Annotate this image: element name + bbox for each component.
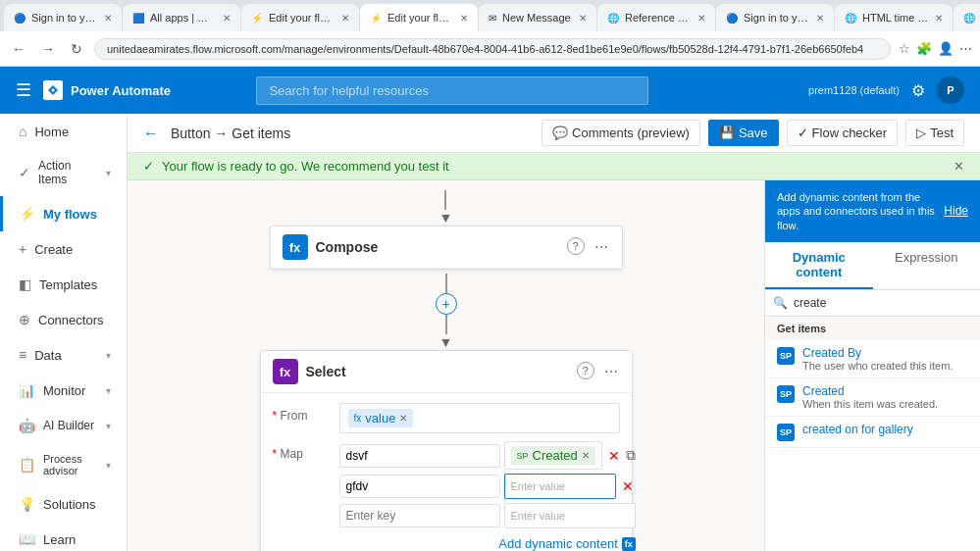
topbar-right: prem1128 (default) ⚙ P [808, 76, 964, 104]
flow-checker-button[interactable]: ✓ Flow checker [787, 120, 899, 146]
sidebar-item-data[interactable]: ≡ Data ▾ [0, 337, 127, 373]
sidebar-process-label: Process advisor [43, 453, 98, 476]
add-dynamic-button[interactable]: Add dynamic content fx [498, 536, 635, 551]
hamburger-menu[interactable]: ☰ [16, 79, 31, 101]
user-avatar[interactable]: P [937, 76, 964, 104]
sidebar-item-home[interactable]: ⌂ Home [0, 114, 127, 149]
reload-button[interactable]: ↻ [67, 39, 86, 59]
map-row-2-delete[interactable]: ✕ [620, 476, 636, 496]
alert-check-icon: ✓ [143, 159, 154, 174]
map-key-2-input[interactable] [339, 475, 500, 498]
back-button[interactable]: ← [143, 125, 159, 142]
sidebar-item-action-items[interactable]: ✓ Action Items ▾ [0, 149, 127, 196]
map-val-2-placeholder: Enter value [511, 480, 566, 492]
comments-button[interactable]: 💬 Comments (preview) [542, 120, 700, 146]
map-row: Map SP Created [273, 441, 620, 551]
created-by-content: Created By The user who created this ite… [802, 346, 968, 372]
map-val-2-box[interactable]: Enter value [504, 474, 616, 499]
settings-icon[interactable]: ⋯ [959, 41, 972, 56]
comments-icon: 💬 [552, 125, 568, 140]
created-by-name: Created By [802, 346, 968, 360]
map-key-3-input[interactable] [339, 504, 500, 527]
select-node-title: Select [306, 364, 569, 379]
compose-help-icon[interactable]: ? [567, 237, 585, 255]
created-tag-close[interactable]: ✕ [582, 450, 590, 461]
sub-header: ← Button → Get items 💬 Comments (preview… [128, 114, 980, 153]
app-layout: ⌂ Home ✓ Action Items ▾ ⚡ My flows + Cre… [0, 114, 980, 551]
profile-icon[interactable]: 👤 [938, 41, 954, 56]
map-val-1-box[interactable]: SP Created ✕ [504, 441, 602, 470]
sidebar-item-my-flows[interactable]: ⚡ My flows [0, 196, 127, 231]
add-step-button[interactable]: + [436, 293, 457, 315]
forward-button[interactable]: → [37, 39, 59, 59]
map-val-3-box[interactable]: Enter value [504, 503, 636, 528]
created-gallery-icon: SP [777, 424, 795, 441]
tab-6[interactable]: 🌐 Reference guide ... ✕ [597, 4, 715, 31]
tab-7-close[interactable]: ✕ [816, 13, 824, 24]
sidebar-item-monitor[interactable]: 📊 Monitor ▾ [0, 373, 127, 408]
sidebar-item-ai-builder[interactable]: 🤖 AI Builder ▾ [0, 408, 127, 443]
main-content: ← Button → Get items 💬 Comments (preview… [128, 114, 980, 551]
sidebar-item-templates[interactable]: ◧ Templates [0, 267, 127, 302]
compose-more-icon[interactable]: ⋯ [593, 237, 610, 257]
monitor-chevron-icon: ▾ [106, 385, 111, 396]
tab-2-close[interactable]: ✕ [223, 13, 231, 24]
process-icon: 📋 [19, 457, 35, 473]
panel-item-created[interactable]: SP Created When this item was created. [765, 378, 980, 417]
tab-6-close[interactable]: ✕ [697, 13, 705, 24]
sidebar-item-learn[interactable]: 📖 Learn [0, 522, 127, 551]
panel-search-input[interactable] [794, 296, 972, 310]
select-more-icon[interactable]: ⋯ [602, 362, 620, 381]
panel-item-created-by[interactable]: SP Created By The user who created this … [765, 340, 980, 378]
ai-builder-icon: 🤖 [19, 418, 35, 433]
back-button[interactable]: ← [8, 39, 29, 59]
tab-1-close[interactable]: ✕ [104, 13, 112, 24]
created-by-icon: SP [777, 347, 795, 365]
tab-dynamic-content[interactable]: Dynamic content [765, 242, 873, 289]
from-value-box[interactable]: fx value ✕ [339, 403, 620, 433]
map-row-1: SP Created ✕ ✕ ⧉ [339, 441, 636, 470]
tab-2[interactable]: 🟦 All apps | Micro... ✕ [123, 4, 240, 31]
logo-icon [43, 80, 63, 100]
tab-5[interactable]: ✉ New Message ✕ [479, 4, 596, 31]
my-flows-icon: ⚡ [19, 206, 35, 222]
tab-9[interactable]: 🌐 Tryit Editor v3.7 ✕ [954, 4, 980, 31]
created-tag-text: Created [533, 448, 578, 463]
sidebar-item-process-advisor[interactable]: 📋 Process advisor ▾ [0, 443, 127, 486]
from-tag-close[interactable]: ✕ [399, 413, 407, 424]
tab-expression[interactable]: Expression [873, 242, 981, 289]
tab-8-close[interactable]: ✕ [935, 13, 943, 24]
tab-4-close[interactable]: ✕ [460, 13, 468, 24]
sidebar-item-create[interactable]: + Create [0, 231, 127, 267]
test-button[interactable]: ▷ Test [905, 120, 964, 146]
save-button[interactable]: 💾 Save [708, 120, 779, 146]
tab-1[interactable]: 🔵 Sign in to your ... ✕ [4, 4, 122, 31]
tab-4[interactable]: ⚡ Edit your flow | ... ✕ [360, 4, 478, 31]
map-row-2: Enter value ✕ [339, 474, 636, 499]
map-key-1-input[interactable] [339, 444, 500, 468]
sidebar-item-solutions[interactable]: 💡 Solutions [0, 486, 127, 522]
map-row-1-delete[interactable]: ✕ [606, 446, 622, 466]
topbar-search-input[interactable] [256, 76, 648, 105]
sidebar-my-flows-label: My flows [43, 207, 97, 222]
tab-3-close[interactable]: ✕ [341, 13, 349, 24]
from-tag-icon: fx [354, 413, 362, 424]
tab-5-close[interactable]: ✕ [579, 13, 587, 24]
alert-close-button[interactable]: ✕ [954, 159, 964, 174]
sidebar-item-connectors[interactable]: ⊕ Connectors [0, 302, 127, 337]
map-row-1-copy[interactable]: ⧉ [626, 447, 636, 464]
panel-hide-button[interactable]: Hide [944, 204, 968, 218]
from-tag-text: value [365, 411, 395, 426]
url-bar[interactable] [94, 38, 891, 60]
panel-item-created-gallery[interactable]: SP created on for gallery [765, 417, 980, 448]
canvas-area[interactable]: ▼ fx Compose ? ⋯ [128, 180, 764, 551]
tab-7[interactable]: 🔵 Sign in to your ... ✕ [716, 4, 834, 31]
star-icon[interactable]: ☆ [899, 41, 910, 56]
panel-section-title: Get items [765, 317, 980, 340]
settings-icon[interactable]: ⚙ [911, 81, 925, 100]
tab-3[interactable]: ⚡ Edit your flow | ... ✕ [241, 4, 359, 31]
select-help-icon[interactable]: ? [577, 362, 594, 379]
extensions-icon[interactable]: 🧩 [916, 41, 932, 56]
tab-8[interactable]: 🌐 HTML time Tag ✕ [835, 4, 953, 31]
alert-text: Your flow is ready to go. We recommend y… [162, 159, 449, 174]
